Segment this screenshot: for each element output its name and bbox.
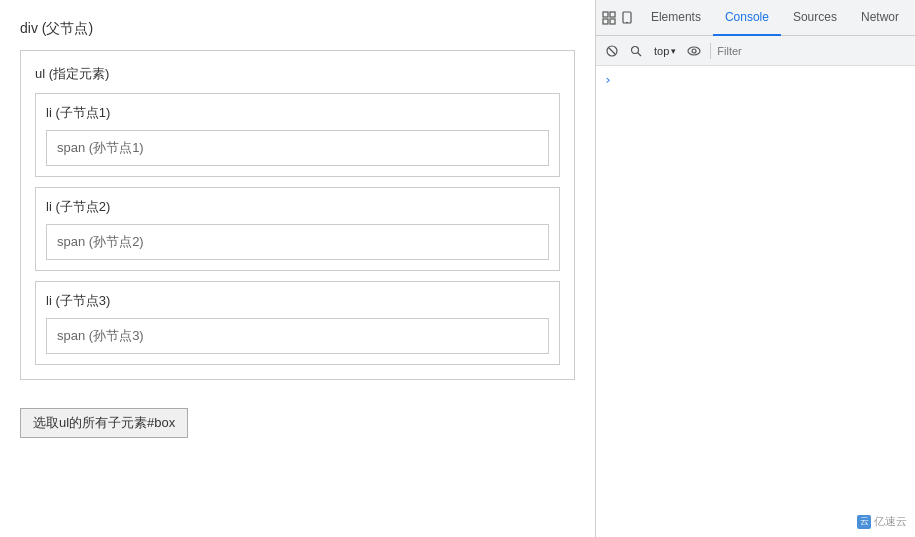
clear-console-icon[interactable]: [602, 41, 622, 61]
tab-sources[interactable]: Sources: [781, 0, 849, 36]
eye-icon[interactable]: [684, 41, 704, 61]
toolbar-divider: [710, 43, 711, 59]
tab-elements[interactable]: Elements: [639, 0, 713, 36]
devtools-tab-bar: Elements Console Sources Networ: [596, 0, 915, 36]
span-label-2: span (孙节点2): [46, 224, 549, 260]
console-toolbar: top ▾: [596, 36, 915, 66]
dropdown-arrow-icon: ▾: [671, 46, 676, 56]
svg-line-7: [609, 48, 615, 54]
inspect-icon[interactable]: [600, 6, 617, 30]
filter-input[interactable]: [717, 45, 909, 57]
context-dropdown[interactable]: top ▾: [650, 43, 680, 59]
watermark-text: 亿速云: [874, 514, 907, 529]
svg-rect-3: [610, 19, 615, 24]
span-label-3: span (孙节点3): [46, 318, 549, 354]
context-label: top: [654, 45, 669, 57]
svg-rect-1: [610, 12, 615, 17]
li-label-1: li (子节点1): [46, 104, 549, 122]
ul-container: ul (指定元素) li (子节点1) span (孙节点1) li (子节点2…: [20, 50, 575, 380]
devtools-panel: Elements Console Sources Networ top: [595, 0, 915, 537]
svg-rect-2: [603, 19, 608, 24]
left-panel: div (父节点) ul (指定元素) li (子节点1) span (孙节点1…: [0, 0, 595, 537]
console-output: › 云 亿速云: [596, 66, 915, 537]
svg-line-9: [638, 52, 642, 56]
svg-point-8: [632, 46, 639, 53]
li-label-3: li (子节点3): [46, 292, 549, 310]
watermark: 云 亿速云: [857, 514, 907, 529]
svg-rect-4: [623, 12, 631, 23]
console-prompt: ›: [604, 72, 612, 87]
div-parent-label: div (父节点): [20, 20, 575, 38]
watermark-icon: 云: [857, 515, 871, 529]
tab-network[interactable]: Networ: [849, 0, 911, 36]
device-icon[interactable]: [619, 6, 636, 30]
li-label-2: li (子节点2): [46, 198, 549, 216]
svg-point-11: [692, 49, 696, 53]
ul-label: ul (指定元素): [35, 65, 560, 83]
tab-console[interactable]: Console: [713, 0, 781, 36]
li-item-2: li (子节点2) span (孙节点2): [35, 187, 560, 271]
svg-point-10: [688, 47, 700, 55]
li-item-1: li (子节点1) span (孙节点1): [35, 93, 560, 177]
li-item-3: li (子节点3) span (孙节点3): [35, 281, 560, 365]
span-label-1: span (孙节点1): [46, 130, 549, 166]
select-children-button[interactable]: 选取ul的所有子元素#box: [20, 408, 188, 438]
filter-icon[interactable]: [626, 41, 646, 61]
svg-rect-0: [603, 12, 608, 17]
